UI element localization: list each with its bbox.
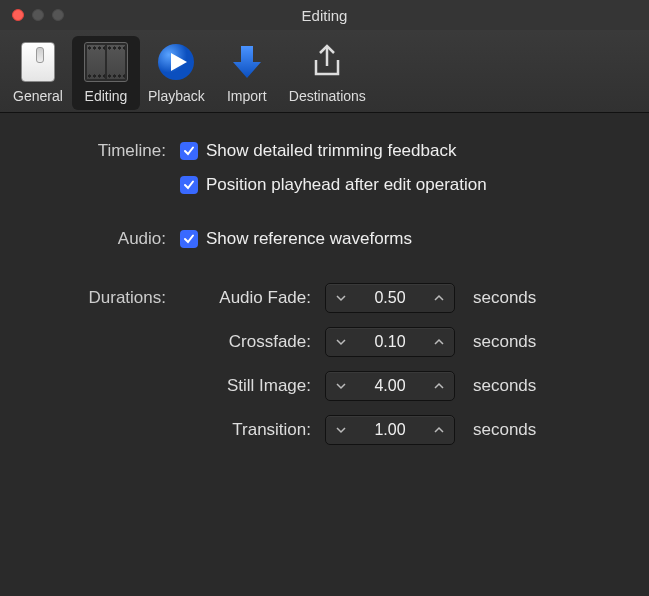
chevron-up-icon[interactable] [424, 372, 454, 400]
tab-playback[interactable]: Playback [140, 36, 213, 110]
still-image-value: 4.00 [356, 377, 424, 395]
detailed-trimming-checkbox[interactable] [180, 142, 198, 160]
transition-label: Transition: [180, 420, 325, 440]
window-controls [0, 9, 64, 21]
chevron-down-icon[interactable] [326, 328, 356, 356]
tab-editing-label: Editing [85, 88, 128, 104]
tab-general-label: General [13, 88, 63, 104]
still-image-label: Still Image: [180, 376, 325, 396]
transition-stepper[interactable]: 1.00 [325, 415, 455, 445]
reference-waveforms-checkbox[interactable] [180, 230, 198, 248]
position-playhead-checkbox[interactable] [180, 176, 198, 194]
tab-playback-label: Playback [148, 88, 205, 104]
minimize-window-button[interactable] [32, 9, 44, 21]
general-icon [16, 40, 60, 84]
destinations-icon [305, 40, 349, 84]
tab-editing[interactable]: Editing [72, 36, 140, 110]
crossfade-value: 0.10 [356, 333, 424, 351]
editing-icon [84, 40, 128, 84]
audio-fade-unit: seconds [473, 288, 536, 308]
chevron-down-icon[interactable] [326, 372, 356, 400]
editing-pane: Timeline: Show detailed trimming feedbac… [0, 113, 649, 596]
chevron-up-icon[interactable] [424, 416, 454, 444]
preferences-window: Editing General Editing Playback [0, 0, 649, 596]
tab-import[interactable]: Import [213, 36, 281, 110]
chevron-up-icon[interactable] [424, 328, 454, 356]
transition-unit: seconds [473, 420, 536, 440]
still-image-unit: seconds [473, 376, 536, 396]
chevron-down-icon[interactable] [326, 284, 356, 312]
crossfade-stepper[interactable]: 0.10 [325, 327, 455, 357]
zoom-window-button[interactable] [52, 9, 64, 21]
audio-fade-stepper[interactable]: 0.50 [325, 283, 455, 313]
still-image-stepper[interactable]: 4.00 [325, 371, 455, 401]
reference-waveforms-label: Show reference waveforms [206, 229, 412, 249]
tab-general[interactable]: General [4, 36, 72, 110]
audio-label: Audio: [30, 229, 180, 249]
chevron-up-icon[interactable] [424, 284, 454, 312]
audio-fade-label: Audio Fade: [180, 288, 325, 308]
window-title: Editing [0, 7, 649, 24]
titlebar: Editing [0, 0, 649, 30]
tab-destinations[interactable]: Destinations [281, 36, 374, 110]
close-window-button[interactable] [12, 9, 24, 21]
position-playhead-label: Position playhead after edit operation [206, 175, 487, 195]
detailed-trimming-label: Show detailed trimming feedback [206, 141, 456, 161]
durations-label: Durations: [30, 288, 180, 308]
tab-destinations-label: Destinations [289, 88, 366, 104]
preferences-toolbar: General Editing Playback [0, 30, 649, 113]
transition-value: 1.00 [356, 421, 424, 439]
playback-icon [154, 40, 198, 84]
chevron-down-icon[interactable] [326, 416, 356, 444]
crossfade-unit: seconds [473, 332, 536, 352]
tab-import-label: Import [227, 88, 267, 104]
audio-fade-value: 0.50 [356, 289, 424, 307]
import-icon [225, 40, 269, 84]
crossfade-label: Crossfade: [180, 332, 325, 352]
timeline-label: Timeline: [30, 141, 180, 161]
